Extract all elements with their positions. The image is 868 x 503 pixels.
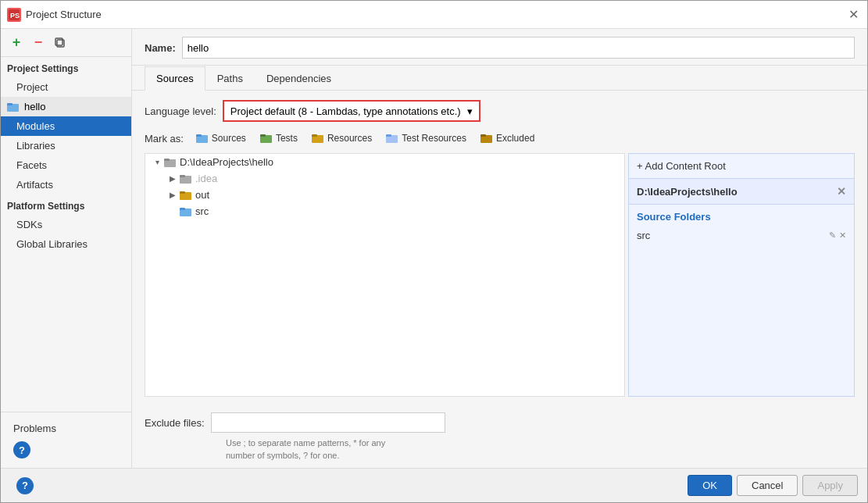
svg-rect-21 bbox=[180, 191, 185, 194]
mark-test-resources-button[interactable]: Test Resources bbox=[381, 131, 471, 145]
help-button[interactable]: ? bbox=[13, 441, 30, 458]
mark-resources-button[interactable]: Resources bbox=[307, 131, 377, 145]
sidebar-bottom: Problems ? bbox=[1, 412, 131, 468]
name-label: Name: bbox=[145, 42, 176, 54]
source-folder-item: src ✎ ✕ bbox=[637, 227, 846, 244]
resources-mark-label: Resources bbox=[327, 133, 372, 144]
sources-tab-content: Language level: Project default (8 - Lam… bbox=[132, 91, 867, 406]
source-folder-remove-button[interactable]: ✕ bbox=[839, 230, 846, 241]
tree-root-item[interactable]: ▾ D:\IdeaProjects\hello bbox=[145, 154, 624, 170]
sidebar-item-facets[interactable]: Facets bbox=[1, 155, 131, 175]
language-level-label: Language level: bbox=[145, 105, 216, 117]
add-content-root-label: + Add Content Root bbox=[637, 160, 726, 172]
sidebar-toolbar: + − bbox=[1, 29, 131, 57]
name-row: Name: bbox=[132, 29, 867, 66]
tabs-bar: Sources Paths Dependencies bbox=[132, 66, 867, 91]
svg-rect-23 bbox=[180, 208, 185, 210]
sidebar-navigation: Project Settings Project hello Modules L… bbox=[1, 57, 131, 412]
svg-rect-5 bbox=[7, 103, 13, 105]
tree-item-out[interactable]: ▶ out bbox=[145, 187, 624, 203]
tree-toggle-out[interactable]: ▶ bbox=[167, 190, 178, 201]
content-area: Name: Sources Paths Dependencies Languag… bbox=[132, 29, 867, 468]
svg-rect-17 bbox=[164, 159, 170, 161]
project-settings-header: Project Settings bbox=[1, 57, 131, 77]
cancel-button[interactable]: Cancel bbox=[737, 475, 798, 496]
language-level-value: Project default (8 - Lambdas, type annot… bbox=[230, 105, 461, 117]
remove-content-root-button[interactable]: ✕ bbox=[837, 185, 846, 198]
dialog-footer: ? OK Cancel Apply bbox=[1, 468, 867, 502]
exclude-files-row: Exclude files: bbox=[132, 406, 867, 436]
footer-buttons: OK Cancel Apply bbox=[688, 475, 858, 496]
sidebar-item-libraries[interactable]: Libraries bbox=[1, 136, 131, 155]
tab-dependencies[interactable]: Dependencies bbox=[255, 66, 343, 91]
tree-root-label: D:\IdeaProjects\hello bbox=[180, 156, 273, 168]
content-root-entry: D:\IdeaProjects\hello ✕ bbox=[629, 179, 854, 205]
svg-rect-7 bbox=[196, 134, 202, 137]
svg-rect-11 bbox=[312, 134, 317, 137]
directory-tree[interactable]: ▾ D:\IdeaProjects\hello ▶ bbox=[145, 153, 625, 397]
excluded-mark-label: Excluded bbox=[496, 133, 534, 144]
content-root-path: D:\IdeaProjects\hello ✕ bbox=[637, 185, 846, 198]
source-folders-label: Source Folders bbox=[637, 211, 846, 223]
language-level-row: Language level: Project default (8 - Lam… bbox=[145, 100, 855, 122]
svg-rect-15 bbox=[480, 134, 486, 137]
footer-left: ? bbox=[10, 474, 40, 498]
content-root-panel: + Add Content Root D:\IdeaProjects\hello… bbox=[628, 153, 855, 397]
language-level-select[interactable]: Project default (8 - Lambdas, type annot… bbox=[223, 100, 480, 122]
sidebar-item-artifacts[interactable]: Artifacts bbox=[1, 175, 131, 194]
svg-rect-19 bbox=[180, 175, 185, 177]
main-content: + − Project Settings Project bbox=[1, 29, 867, 468]
sources-mark-label: Sources bbox=[212, 133, 246, 144]
mark-tests-button[interactable]: Tests bbox=[255, 131, 302, 145]
split-area: ▾ D:\IdeaProjects\hello ▶ bbox=[145, 153, 855, 397]
source-folders-section: Source Folders src ✎ ✕ bbox=[629, 205, 854, 250]
test-resources-mark-label: Test Resources bbox=[402, 133, 466, 144]
project-structure-dialog: PS Project Structure ✕ + − Project Setti… bbox=[0, 0, 868, 503]
copy-module-button[interactable] bbox=[51, 34, 70, 52]
platform-settings-header: Platform Settings bbox=[1, 194, 131, 215]
module-name: hello bbox=[24, 101, 45, 112]
window-title: Project Structure bbox=[26, 9, 845, 20]
ok-button[interactable]: OK bbox=[688, 475, 732, 496]
tab-sources[interactable]: Sources bbox=[145, 66, 205, 91]
add-module-button[interactable]: + bbox=[7, 34, 26, 52]
svg-text:PS: PS bbox=[10, 12, 20, 20]
svg-rect-13 bbox=[386, 134, 391, 137]
sidebar-item-sdks[interactable]: SDKs bbox=[1, 215, 131, 234]
tree-out-label: out bbox=[195, 189, 209, 201]
sidebar-item-global-libraries[interactable]: Global Libraries bbox=[1, 234, 131, 254]
exclude-files-input[interactable] bbox=[211, 412, 445, 433]
close-button[interactable]: ✕ bbox=[845, 7, 861, 23]
add-content-root-button[interactable]: + Add Content Root bbox=[629, 154, 854, 179]
tree-item-idea[interactable]: ▶ .idea bbox=[145, 170, 624, 187]
sidebar-item-project[interactable]: Project bbox=[1, 77, 131, 97]
footer-help-button[interactable]: ? bbox=[16, 477, 34, 494]
dropdown-arrow-icon: ▾ bbox=[467, 105, 473, 117]
app-icon: PS bbox=[7, 8, 21, 22]
exclude-hint-text: Use ; to separate name patterns, * for a… bbox=[132, 436, 867, 468]
svg-rect-9 bbox=[260, 134, 266, 137]
tree-toggle-root[interactable]: ▾ bbox=[152, 157, 163, 168]
tree-item-src[interactable]: ▶ src bbox=[145, 203, 624, 219]
title-bar: PS Project Structure ✕ bbox=[1, 1, 867, 29]
tree-idea-label: .idea bbox=[195, 173, 217, 184]
name-input[interactable] bbox=[182, 37, 855, 59]
source-folder-edit-button[interactable]: ✎ bbox=[829, 230, 836, 241]
remove-module-button[interactable]: − bbox=[29, 34, 48, 52]
tests-mark-label: Tests bbox=[276, 133, 298, 144]
source-folder-name: src bbox=[637, 230, 650, 241]
apply-button[interactable]: Apply bbox=[802, 475, 858, 496]
sidebar-item-modules[interactable]: Modules bbox=[1, 116, 131, 136]
source-folder-actions: ✎ ✕ bbox=[829, 230, 846, 241]
mark-as-label: Mark as: bbox=[145, 133, 184, 144]
mark-as-row: Mark as: Sources Te bbox=[145, 131, 855, 145]
content-root-path-text: D:\IdeaProjects\hello bbox=[637, 186, 738, 198]
mark-excluded-button[interactable]: Excluded bbox=[476, 131, 539, 145]
tree-src-label: src bbox=[195, 205, 209, 217]
tab-paths[interactable]: Paths bbox=[205, 66, 255, 91]
tree-toggle-idea[interactable]: ▶ bbox=[167, 173, 178, 184]
problems-item[interactable]: Problems bbox=[7, 419, 125, 438]
mark-sources-button[interactable]: Sources bbox=[191, 131, 251, 145]
module-hello-item[interactable]: hello bbox=[1, 97, 131, 116]
exclude-files-label: Exclude files: bbox=[145, 417, 205, 429]
